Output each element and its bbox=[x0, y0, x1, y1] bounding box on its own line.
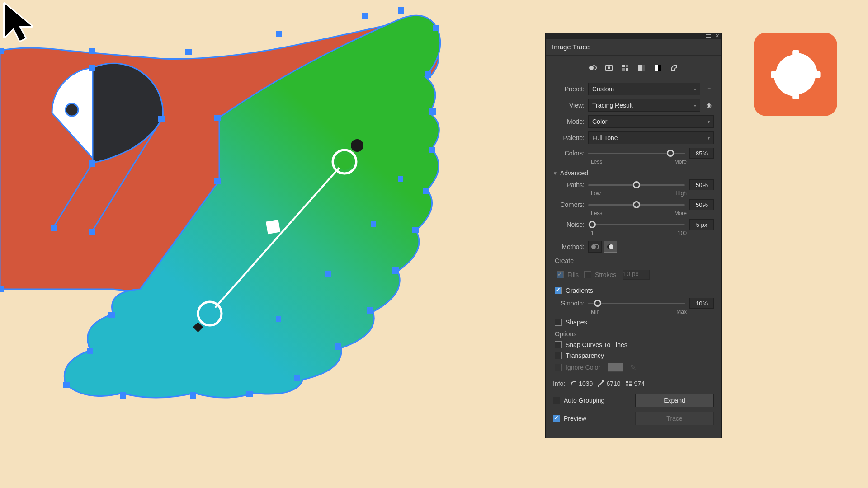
corners-slider[interactable] bbox=[588, 200, 685, 209]
svg-rect-32 bbox=[214, 115, 221, 121]
info-paths: 1039 bbox=[570, 380, 593, 387]
svg-rect-7 bbox=[276, 31, 282, 37]
svg-rect-13 bbox=[429, 147, 435, 153]
preset-lowcolor-icon[interactable] bbox=[620, 63, 630, 73]
preset-auto-icon[interactable] bbox=[588, 63, 598, 73]
svg-rect-31 bbox=[89, 65, 95, 71]
expand-button[interactable]: Expand bbox=[635, 394, 714, 407]
shapes-checkbox[interactable]: Shapes bbox=[555, 319, 714, 326]
svg-rect-69 bbox=[626, 381, 628, 383]
eyedropper-icon: ✎ bbox=[630, 363, 636, 372]
panel-menu-icon[interactable] bbox=[706, 34, 711, 38]
image-trace-panel: ✕ Image Trace Preset: Custom▾ ≡ View: Tr… bbox=[545, 33, 722, 438]
svg-rect-9 bbox=[398, 7, 404, 14]
preset-gray-icon[interactable] bbox=[637, 63, 646, 73]
svg-rect-29 bbox=[89, 229, 95, 235]
preset-menu-icon[interactable]: ≡ bbox=[704, 85, 714, 93]
palette-select[interactable]: Full Tone▾ bbox=[588, 131, 714, 144]
palette-label: Palette: bbox=[553, 134, 588, 141]
method-abutting-button[interactable] bbox=[588, 241, 602, 253]
svg-rect-58 bbox=[626, 68, 628, 71]
svg-rect-36 bbox=[371, 221, 376, 227]
svg-point-54 bbox=[608, 66, 610, 69]
svg-rect-5 bbox=[89, 48, 95, 54]
strokes-checkbox: Strokes10 px bbox=[584, 270, 650, 280]
colors-slider[interactable] bbox=[588, 149, 685, 158]
colors-label: Colors: bbox=[553, 150, 588, 157]
svg-rect-57 bbox=[622, 68, 625, 71]
preset-select[interactable]: Custom▾ bbox=[588, 83, 700, 95]
canvas-area[interactable] bbox=[0, 0, 868, 488]
preset-icon-row bbox=[553, 60, 714, 79]
svg-rect-35 bbox=[326, 271, 331, 277]
svg-rect-8 bbox=[362, 13, 368, 19]
svg-rect-70 bbox=[629, 381, 632, 383]
trace-button: Trace bbox=[635, 412, 714, 425]
svg-rect-28 bbox=[51, 225, 57, 231]
preset-bw-icon[interactable] bbox=[653, 63, 663, 73]
noise-slider[interactable] bbox=[588, 220, 685, 229]
svg-rect-71 bbox=[626, 384, 628, 386]
svg-rect-16 bbox=[392, 267, 399, 274]
paths-value[interactable]: 50% bbox=[689, 179, 714, 190]
app-badge-icon bbox=[754, 33, 837, 116]
view-label: View: bbox=[553, 102, 588, 109]
svg-rect-19 bbox=[294, 375, 300, 381]
cursor-pointer bbox=[0, 0, 41, 45]
method-overlapping-button[interactable] bbox=[604, 241, 617, 253]
paths-slider[interactable] bbox=[588, 180, 685, 189]
svg-rect-67 bbox=[598, 385, 599, 387]
gradients-checkbox[interactable]: Gradients bbox=[555, 287, 714, 294]
smooth-value[interactable]: 10% bbox=[689, 298, 714, 309]
mode-select[interactable]: Color▾ bbox=[588, 115, 714, 128]
preset-label: Preset: bbox=[553, 85, 588, 93]
svg-rect-33 bbox=[214, 178, 221, 184]
colors-value[interactable]: 85% bbox=[689, 148, 714, 159]
ignore-color-checkbox: Ignore Color✎ bbox=[555, 363, 714, 372]
svg-rect-6 bbox=[185, 49, 192, 55]
svg-rect-14 bbox=[423, 188, 429, 194]
panel-titlebar[interactable]: ✕ bbox=[546, 33, 721, 39]
svg-rect-15 bbox=[412, 227, 419, 233]
svg-rect-55 bbox=[622, 65, 625, 67]
svg-rect-49 bbox=[792, 92, 799, 99]
svg-rect-26 bbox=[0, 286, 4, 292]
autogroup-checkbox[interactable]: Auto Grouping bbox=[553, 397, 604, 404]
preset-photo-icon[interactable] bbox=[604, 63, 614, 73]
corners-value[interactable]: 50% bbox=[689, 199, 714, 210]
create-label: Create bbox=[555, 257, 714, 264]
info-colors: 974 bbox=[625, 380, 645, 387]
smooth-slider[interactable] bbox=[588, 299, 685, 308]
svg-rect-23 bbox=[63, 382, 70, 388]
transparency-checkbox[interactable]: Transparency bbox=[555, 352, 714, 359]
close-icon[interactable]: ✕ bbox=[715, 33, 719, 39]
noise-value[interactable]: 5 px bbox=[689, 219, 714, 230]
svg-rect-12 bbox=[429, 108, 436, 115]
svg-rect-30 bbox=[158, 116, 165, 122]
svg-rect-56 bbox=[626, 65, 628, 67]
svg-point-1 bbox=[66, 103, 78, 116]
svg-rect-62 bbox=[658, 65, 661, 71]
svg-rect-21 bbox=[190, 392, 196, 399]
svg-rect-68 bbox=[602, 380, 604, 382]
svg-point-43 bbox=[336, 154, 353, 170]
svg-rect-37 bbox=[398, 176, 403, 182]
svg-rect-45 bbox=[266, 220, 280, 234]
svg-rect-10 bbox=[433, 25, 439, 31]
svg-rect-22 bbox=[120, 392, 126, 399]
options-label: Options bbox=[555, 330, 714, 338]
svg-rect-17 bbox=[367, 307, 373, 314]
view-select[interactable]: Tracing Result▾ bbox=[588, 99, 700, 112]
view-eye-icon[interactable]: ◉ bbox=[704, 102, 714, 109]
advanced-section[interactable]: ▼Advanced bbox=[553, 169, 714, 177]
ignore-color-swatch bbox=[608, 363, 623, 372]
svg-rect-24 bbox=[87, 348, 93, 354]
svg-rect-4 bbox=[0, 48, 4, 54]
preview-checkbox[interactable]: Preview bbox=[553, 415, 586, 422]
svg-rect-18 bbox=[335, 343, 341, 350]
preset-outline-icon[interactable] bbox=[669, 63, 679, 73]
svg-point-40 bbox=[202, 305, 218, 322]
svg-rect-72 bbox=[629, 384, 632, 386]
svg-rect-61 bbox=[655, 65, 658, 71]
snap-checkbox[interactable]: Snap Curves To Lines bbox=[555, 341, 714, 348]
